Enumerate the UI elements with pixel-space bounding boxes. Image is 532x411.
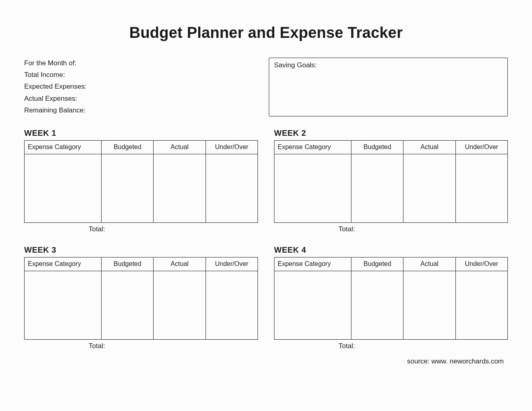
week-2-title: WEEK 2 xyxy=(274,129,508,138)
week-4-total: Total: xyxy=(274,342,508,350)
week-2-total: Total: xyxy=(274,225,508,233)
budget-planner-page: Budget Planner and Expense Tracker For t… xyxy=(0,0,532,374)
week-2-block: WEEK 2 Expense Category Budgeted Actual … xyxy=(274,129,508,233)
table-row xyxy=(25,154,258,222)
col-actual: Actual xyxy=(154,140,206,154)
week-1-table: Expense Category Budgeted Actual Under/O… xyxy=(24,140,258,223)
week-3-table: Expense Category Budgeted Actual Under/O… xyxy=(24,257,258,340)
col-budgeted: Budgeted xyxy=(351,257,403,271)
week-4-block: WEEK 4 Expense Category Budgeted Actual … xyxy=(274,245,508,350)
col-category: Expense Category xyxy=(25,140,102,154)
week-4-title: WEEK 4 xyxy=(274,245,508,255)
expected-expenses-label: Expected Expenses: xyxy=(24,81,253,92)
col-budgeted: Budgeted xyxy=(102,257,154,271)
top-section: For the Month of: Total Income: Expected… xyxy=(24,58,508,116)
col-underover: Under/Over xyxy=(206,140,258,154)
saving-goals-label: Saving Goals: xyxy=(274,61,317,69)
col-category: Expense Category xyxy=(274,257,351,271)
week-1-block: WEEK 1 Expense Category Budgeted Actual … xyxy=(24,129,258,233)
week-1-total: Total: xyxy=(24,225,258,233)
week-1-title: WEEK 1 xyxy=(24,129,258,138)
col-underover: Under/Over xyxy=(455,140,507,154)
income-label: Total Income: xyxy=(24,69,253,80)
source-attribution: source: www. neworchards.com xyxy=(24,357,508,365)
weeks-grid: WEEK 1 Expense Category Budgeted Actual … xyxy=(24,129,508,350)
page-title: Budget Planner and Expense Tracker xyxy=(24,24,508,42)
saving-goals-box: Saving Goals: xyxy=(269,58,508,116)
col-category: Expense Category xyxy=(274,140,351,154)
col-actual: Actual xyxy=(403,257,455,271)
summary-info: For the Month of: Total Income: Expected… xyxy=(24,58,253,116)
table-row xyxy=(25,271,258,339)
col-actual: Actual xyxy=(403,140,455,154)
table-row xyxy=(274,271,508,339)
week-3-block: WEEK 3 Expense Category Budgeted Actual … xyxy=(24,245,258,350)
remaining-balance-label: Remaining Balance: xyxy=(24,105,253,116)
actual-expenses-label: Actual Expenses: xyxy=(24,93,253,104)
col-underover: Under/Over xyxy=(206,257,258,271)
col-category: Expense Category xyxy=(25,257,102,271)
col-budgeted: Budgeted xyxy=(351,140,403,154)
col-budgeted: Budgeted xyxy=(102,140,154,154)
table-row xyxy=(274,154,508,222)
month-label: For the Month of: xyxy=(24,58,253,68)
week-3-total: Total: xyxy=(24,342,258,350)
week-3-title: WEEK 3 xyxy=(24,245,258,255)
col-actual: Actual xyxy=(154,257,206,271)
week-4-table: Expense Category Budgeted Actual Under/O… xyxy=(274,257,508,340)
week-2-table: Expense Category Budgeted Actual Under/O… xyxy=(274,140,508,223)
col-underover: Under/Over xyxy=(455,257,507,271)
